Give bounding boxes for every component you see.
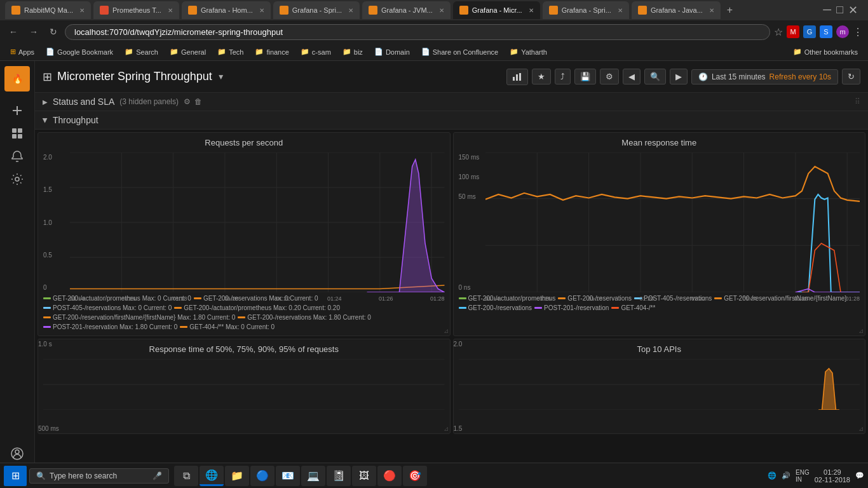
taskbar-app-app1[interactable]: 🔴: [377, 466, 402, 486]
legend-dot: [180, 326, 187, 328]
bookmark-biz[interactable]: 📁 biz: [337, 46, 368, 57]
sidebar-item-dashboard[interactable]: [0, 122, 34, 145]
maximize-button[interactable]: □: [836, 3, 843, 17]
finance-folder-icon: 📁: [255, 48, 264, 56]
bookmark-finance[interactable]: 📁 finance: [250, 46, 294, 57]
new-tab-button[interactable]: +: [723, 4, 736, 16]
close-button[interactable]: ✕: [848, 3, 858, 17]
minimize-button[interactable]: ─: [823, 3, 831, 17]
sidebar-item-add[interactable]: [0, 99, 34, 122]
grafana-container: 🔥 ? ⊞ Micrometer Spring Throughput: [0, 61, 868, 488]
grafana-logo[interactable]: 🔥: [4, 66, 30, 92]
address-bar[interactable]: [65, 24, 770, 40]
tab-close-btn[interactable]: ✕: [348, 7, 353, 14]
tab-close-btn[interactable]: ✕: [529, 7, 534, 14]
requests-chart-svg: [70, 152, 445, 292]
favorite-button[interactable]: ★: [532, 69, 551, 85]
tab-label: RabbitMQ Ma...: [24, 6, 73, 14]
tab-prometheus[interactable]: Prometheus T... ✕: [93, 1, 179, 19]
tab-rabbitmq[interactable]: RabbitMQ Ma... ✕: [5, 1, 91, 19]
dashboard-dropdown-arrow[interactable]: ▼: [217, 72, 225, 81]
tab-close-btn[interactable]: ✕: [79, 7, 85, 14]
add-panel-button[interactable]: [506, 69, 528, 85]
taskbar-app-explorer[interactable]: 📁: [225, 466, 249, 486]
taskbar-app-chrome[interactable]: 🔵: [250, 466, 275, 486]
legend-dot: [459, 297, 466, 299]
bookmark-label: Apps: [18, 48, 34, 56]
tab-grafana-home[interactable]: Grafana - Hom... ✕: [182, 1, 271, 19]
taskbar-app-task-view[interactable]: ⧉: [174, 466, 198, 486]
section-gear-icon[interactable]: ⚙: [184, 97, 191, 106]
taskbar-notification-icon[interactable]: 💬: [855, 471, 864, 480]
browser-controls: ← → ↻ ☆ M G S m ⋮: [0, 20, 868, 43]
start-button[interactable]: ⊞: [4, 466, 27, 486]
section-trash-icon[interactable]: 🗑: [194, 97, 202, 106]
response-chart-svg: [485, 152, 860, 292]
ext-icon-1[interactable]: M: [787, 25, 799, 38]
save-button[interactable]: 💾: [574, 69, 596, 85]
panel-resize-handle[interactable]: ⊿: [444, 425, 449, 432]
panel-title: Response time of 50%, 75%, 90%, 95% of r…: [43, 344, 445, 354]
tab-grafana-jvm[interactable]: Grafana - JVM... ✕: [362, 1, 451, 19]
tab-close-btn[interactable]: ✕: [259, 7, 264, 14]
star-icon[interactable]: ☆: [774, 26, 783, 38]
svg-rect-5: [18, 134, 22, 139]
reload-button[interactable]: ↻: [46, 25, 61, 38]
panel-resize-handle[interactable]: ⊿: [858, 425, 864, 432]
tab-grafana-spring[interactable]: Grafana - Spri... ✕: [273, 1, 360, 19]
tab-close-btn[interactable]: ✕: [168, 7, 173, 14]
forward-button[interactable]: →: [25, 25, 42, 38]
bookmark-tech[interactable]: 📁 Tech: [212, 46, 248, 57]
profile-avatar[interactable]: m: [836, 25, 849, 38]
taskbar-app-app2[interactable]: 🎯: [403, 466, 427, 486]
ext-icon-3[interactable]: S: [820, 25, 832, 38]
sidebar-item-settings[interactable]: [0, 168, 34, 191]
biz-folder-icon: 📁: [342, 48, 351, 56]
panel-resize-handle[interactable]: ⊿: [858, 327, 864, 334]
next-time-button[interactable]: ▶: [670, 69, 688, 85]
bookmark-confluence[interactable]: 📄 Share on Confluence: [416, 46, 503, 57]
tab-close-btn[interactable]: ✕: [618, 7, 623, 14]
status-section-meta: (3 hidden panels): [119, 97, 179, 106]
bookmark-csam[interactable]: 📁 c-sam: [295, 46, 336, 57]
panel-resize-handle[interactable]: ⊿: [444, 327, 449, 334]
tab-close-btn[interactable]: ✕: [439, 7, 444, 14]
microphone-icon[interactable]: 🎤: [153, 471, 162, 480]
taskbar-app-photos[interactable]: 🖼: [352, 466, 376, 486]
ext-icon-2[interactable]: G: [803, 25, 816, 38]
status-sla-section-header[interactable]: ▶ Status and SLA (3 hidden panels) ⚙ 🗑 ⠿: [35, 93, 868, 111]
share-button[interactable]: ⤴: [555, 69, 571, 85]
bookmark-apps[interactable]: ⊞ Apps: [5, 46, 39, 57]
taskbar-search-box[interactable]: 🔍 Type here to search 🎤: [29, 468, 169, 484]
search-placeholder: Type here to search: [50, 471, 117, 480]
menu-button[interactable]: ⋮: [853, 26, 863, 38]
taskbar-app-edge[interactable]: 🌐: [200, 466, 224, 486]
bookmark-google[interactable]: 📄 Google Bookmark: [41, 46, 118, 57]
refresh-now-button[interactable]: ↻: [842, 69, 860, 85]
zoom-button[interactable]: 🔍: [644, 69, 666, 85]
csam-folder-icon: 📁: [301, 48, 309, 56]
bookmark-other[interactable]: 📁 Other bookmarks: [788, 46, 863, 57]
tab-close-btn[interactable]: ✕: [709, 7, 714, 14]
time-range-selector[interactable]: 🕐 Last 15 minutes Refresh every 10s: [691, 69, 838, 85]
sidebar-item-alerts[interactable]: [0, 145, 34, 168]
panel-requests-per-second: Requests per second 2.0 1.5 1.0 0.5 0: [37, 132, 451, 336]
taskbar-app-terminal[interactable]: 💻: [301, 466, 325, 486]
bookmark-yatharth[interactable]: 📁 Yatharth: [505, 46, 552, 57]
sidebar-item-user[interactable]: [0, 442, 34, 465]
tab-grafana-sp2[interactable]: Grafana - Spri... ✕: [543, 1, 629, 19]
bookmark-general[interactable]: 📁 General: [165, 46, 211, 57]
svg-rect-11: [513, 77, 515, 81]
taskbar-date-value: 02-11-2018: [815, 476, 850, 484]
throughput-section-header[interactable]: ▶ Throughput: [35, 111, 868, 130]
settings-button[interactable]: ⚙: [600, 69, 619, 85]
taskbar-app-email[interactable]: 📧: [276, 466, 300, 486]
bookmark-domain[interactable]: 📄 Domain: [369, 46, 415, 57]
tab-grafana-java[interactable]: Grafana - Java... ✕: [632, 1, 721, 19]
panel-mean-response-time: Mean response time 150 ms 100 ms 50 ms 0…: [453, 132, 866, 336]
bookmark-search[interactable]: 📁 Search: [119, 46, 163, 57]
prev-time-button[interactable]: ◀: [623, 69, 641, 85]
tab-grafana-micro-active[interactable]: Grafana - Micr... ✕: [453, 1, 540, 19]
taskbar-app-onenote[interactable]: 📓: [327, 466, 351, 486]
back-button[interactable]: ←: [5, 25, 22, 38]
